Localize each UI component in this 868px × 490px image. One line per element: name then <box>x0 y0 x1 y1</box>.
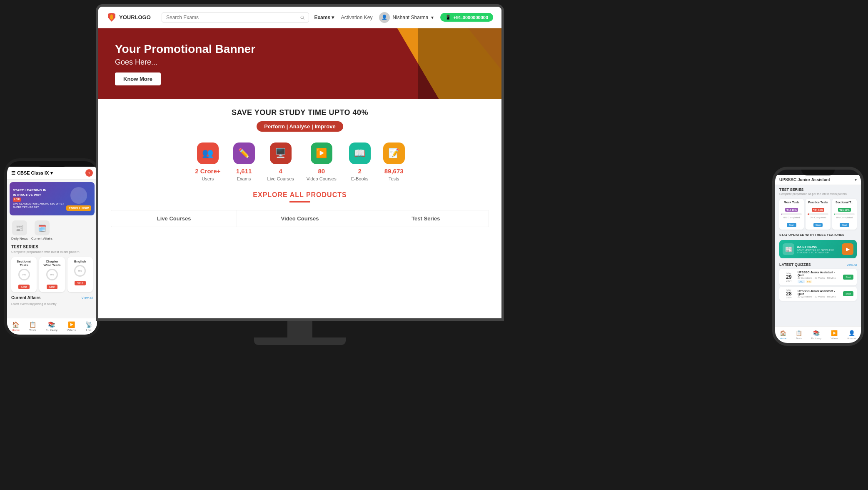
notification-badge[interactable]: 1 <box>85 169 93 177</box>
rp-nav-tests[interactable]: 📋 Tests <box>796 330 802 340</box>
nav-exams[interactable]: Exams ▾ <box>314 15 334 20</box>
phone-class-title: CBSE Class IX <box>17 170 49 175</box>
phone-bottom-nav: 🏠 Home 📋 Tests 📚 E-Library ▶️ Videos 📡 <box>7 318 97 334</box>
svg-rect-4 <box>418 28 501 99</box>
exams-label: Exams <box>237 176 251 181</box>
english-tests-card[interactable]: English 0% Start <box>67 257 93 292</box>
perform-badge: Perform | Analyse | Improve <box>257 121 343 132</box>
rp-daily-news-title: DAILY NEWS <box>797 245 839 249</box>
hamburger-icon[interactable]: ☰ <box>11 170 15 176</box>
rp-quiz-item-2[interactable]: May 28 2024 UPSSSC Junior Assistant - Qu… <box>779 287 857 301</box>
current-affairs-section: Current Affairs View all <box>7 294 97 302</box>
nav-phone-number[interactable]: 📱 +91-0000000000 <box>440 13 494 22</box>
rp-nav-videos[interactable]: ▶️ Videos <box>831 330 838 340</box>
test-series-title: TEST SERIES <box>7 243 97 250</box>
rp-quiz-info-1: UPSSSC Junior Assistant - Quiz 20 Questi… <box>798 271 841 283</box>
phone-nav-videos[interactable]: ▶️ Videos <box>67 321 76 332</box>
monitor-bezel: YOURLOGO Exams ▾ Activation Key 👤 <box>96 4 504 321</box>
rp-quiz-start-btn-1[interactable]: Start <box>843 275 853 280</box>
current-affairs-category[interactable]: 🗓️ Current Affairs <box>31 220 52 240</box>
ebooks-icon: 📖 <box>349 142 371 164</box>
view-all-link[interactable]: View all <box>82 296 93 300</box>
video-courses-icon: ▶️ <box>311 142 332 164</box>
chapter-wise-tests-start-btn[interactable]: Start <box>47 285 58 289</box>
phone-live-badge: LIVE <box>13 198 21 202</box>
rp-mock-badge: ₹14 16% <box>785 208 798 212</box>
daily-news-icon: 📰 <box>783 243 794 255</box>
video-courses-label: Video Courses <box>307 176 337 181</box>
monitor-screen: YOURLOGO Exams ▾ Activation Key 👤 <box>98 7 501 318</box>
logo-text: YOURLOGO <box>119 14 151 20</box>
live-courses-number: 4 <box>279 168 282 175</box>
search-input[interactable] <box>166 15 297 20</box>
rp-nav-elibrary[interactable]: 📚 E-Library <box>811 330 821 340</box>
navbar: YOURLOGO Exams ▾ Activation Key 👤 <box>98 7 501 28</box>
enroll-button[interactable]: ENROLL NOW <box>66 205 91 211</box>
rp-sectional-tests-name: Sectional T... <box>834 201 855 204</box>
tests-number: 89,673 <box>384 168 404 175</box>
rp-test-series-title: TEST SERIES <box>775 185 861 192</box>
phone-notch <box>35 161 69 167</box>
rp-mock-tests-name: Mock Tests <box>781 201 802 204</box>
monitor-stand-base <box>254 338 346 345</box>
user-chevron-icon: ▾ <box>431 15 434 20</box>
nav-activation-key[interactable]: Activation Key <box>341 15 372 20</box>
sectional-tests-start-btn[interactable]: Start <box>18 285 30 289</box>
rp-sectional-progress-fill <box>834 213 835 215</box>
videos-icon: ▶️ <box>68 321 75 328</box>
explore-title: EXPLORE ALL PRODUCTS <box>98 191 501 199</box>
explore-underline <box>289 201 310 202</box>
rp-nav-account[interactable]: 👤 Account <box>847 330 856 340</box>
rp-practice-tests-card[interactable]: Practice Tests ₹34 16% 0% Completed Star… <box>806 199 830 230</box>
current-affairs-section-title: Current Affairs <box>11 295 40 300</box>
rp-sectional-tests-card[interactable]: Sectional T... ₹21 19% 0% Completed Star… <box>832 199 857 230</box>
users-label: Users <box>202 176 214 181</box>
rp-quiz-item-1[interactable]: May 29 2024 UPSSSC Junior Assistant - Qu… <box>779 269 857 285</box>
rp-quiz-info-2: UPSSSC Junior Assistant - Quiz 20 Questi… <box>798 290 841 298</box>
rp-mock-start-btn[interactable]: Start <box>787 223 796 227</box>
know-more-button[interactable]: Know More <box>115 72 161 85</box>
sectional-tests-card[interactable]: Sectional Tests 0% Start <box>11 257 37 292</box>
sectional-tests-progress: 0% <box>18 269 30 280</box>
rp-quiz-start-btn-2[interactable]: Start <box>843 291 853 296</box>
rp-tests-icon: 📋 <box>796 330 802 336</box>
rp-chevron-icon: ▾ <box>855 178 857 182</box>
tab-live-courses[interactable]: Live Courses <box>111 210 237 227</box>
rp-videos-icon: ▶️ <box>831 330 838 336</box>
current-affairs-sub: Latest events happening in country <box>7 302 97 306</box>
tab-test-series[interactable]: Test Series <box>363 210 489 227</box>
rp-sectional-progress-text: 0% Completed <box>834 216 855 219</box>
ebooks-number: 2 <box>358 168 362 175</box>
chapter-wise-tests-card[interactable]: Chapter Wise Tests 0% Start <box>39 257 65 292</box>
rp-quiz-badges-1: ENG HIN <box>798 280 841 283</box>
tests-label: Tests <box>389 176 399 181</box>
chapter-wise-tests-progress: 0% <box>46 269 58 280</box>
rp-header-title: UPSSSC Junior Assistant <box>779 178 830 182</box>
phone-nav-live[interactable]: 📡 Live <box>85 321 92 332</box>
rp-practice-badge: ₹34 16% <box>812 208 824 212</box>
nav-user[interactable]: 👤 Nishant Sharma ▾ <box>379 12 433 23</box>
rp-sectional-start-btn[interactable]: Start <box>840 223 849 227</box>
phone-nav-home[interactable]: 🏠 Home <box>12 321 20 332</box>
rp-daily-news-arrow[interactable]: ▶ <box>842 243 853 255</box>
users-number: 2 Crore+ <box>195 168 220 175</box>
phone-nav-tests[interactable]: 📋 Tests <box>29 321 36 332</box>
rp-header: UPSSSC Junior Assistant ▾ <box>775 175 861 185</box>
rp-nav-home[interactable]: 🏠 Home <box>780 330 786 340</box>
daily-news-category[interactable]: 📰 Daily News <box>11 220 28 240</box>
tab-video-courses[interactable]: Video Courses <box>237 210 363 227</box>
eng-badge: ENG <box>798 280 805 283</box>
rp-mock-tests-card[interactable]: Mock Tests ₹14 16% 0% Completed Start <box>779 199 804 230</box>
rp-practice-start-btn[interactable]: Start <box>813 223 823 227</box>
search-bar[interactable] <box>162 12 309 22</box>
rp-view-all-link[interactable]: View All <box>847 263 857 266</box>
english-tests-start-btn[interactable]: Start <box>75 281 86 285</box>
phone-header: ☰ CBSE Class IX ▾ 1 <box>7 167 97 180</box>
rp-elibrary-icon: 📚 <box>813 330 820 336</box>
live-icon: 📡 <box>85 321 92 328</box>
phone-nav-elibrary[interactable]: 📚 E-Library <box>45 321 57 332</box>
phone-banner[interactable]: START LEARNING IN INTRACTIVE WAY LIVE LI… <box>10 182 95 215</box>
exams-number: 1,611 <box>236 168 252 175</box>
test-series-sub: Complete preparation with latest exam pa… <box>7 250 97 255</box>
rp-daily-news-card[interactable]: 📰 DAILY NEWS DAILY UPDATES OF NEWS FOR S… <box>779 240 857 258</box>
